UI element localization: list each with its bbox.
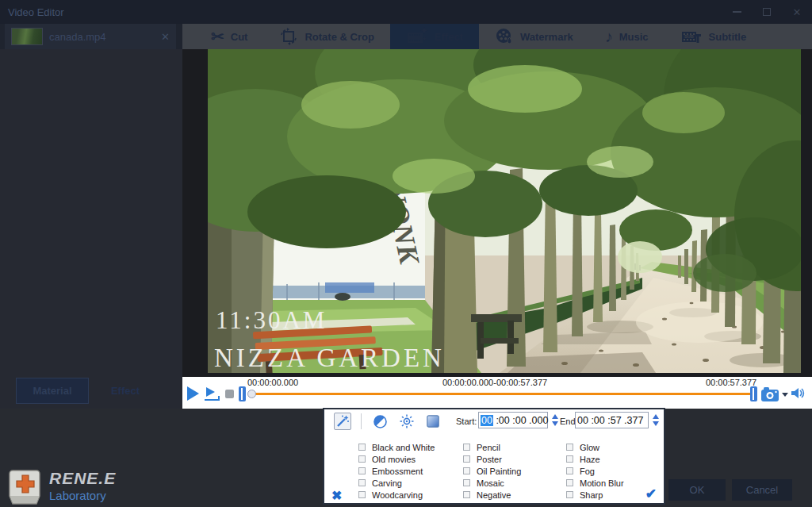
effect-option-black-and-white[interactable]: Black and White: [358, 441, 435, 453]
effect-option-fog[interactable]: Fog: [566, 465, 624, 477]
checkbox[interactable]: [358, 479, 366, 486]
snapshot-button[interactable]: [761, 387, 779, 405]
gradient-icon: [427, 415, 439, 428]
volume-button[interactable]: [791, 387, 805, 402]
toolbar-item-rotate-crop[interactable]: Rotate & Crop: [263, 24, 389, 49]
spin-up-icon[interactable]: [552, 414, 558, 419]
brightness-icon: [400, 414, 414, 428]
maximize-icon: [763, 8, 771, 16]
effect-option-old-movies[interactable]: Old movies: [358, 453, 435, 465]
brightness-button[interactable]: [399, 413, 415, 429]
checkbox[interactable]: [566, 491, 573, 498]
checkbox[interactable]: [463, 444, 470, 451]
toolbar-separator: [361, 413, 362, 429]
checkbox[interactable]: [463, 467, 470, 474]
close-button[interactable]: ✕: [788, 3, 806, 21]
close-icon: ✕: [793, 7, 802, 17]
fade-button[interactable]: [425, 413, 441, 429]
camera-icon: [761, 387, 779, 401]
toolbar-item-subtitle[interactable]: SUB Subtitle: [665, 24, 763, 49]
clip-range-label: 00:00:00.000-00:00:57.377: [442, 378, 547, 387]
checkbox[interactable]: [566, 479, 573, 486]
video-preview: NONK: [208, 49, 801, 373]
watermark-icon: [495, 27, 514, 46]
walkway-scene: NONK: [208, 49, 801, 373]
cancel-button[interactable]: Cancel: [732, 479, 792, 501]
subtitle-icon: SUB: [680, 27, 703, 46]
rotate-crop-icon: [279, 27, 298, 46]
total-time-label: 00:00:57.377: [706, 378, 756, 387]
titlebar: Video Editor ✕: [0, 0, 812, 24]
start-time-field[interactable]: 00 :00 :00 .000: [478, 412, 548, 428]
effect-option-woodcarving[interactable]: Woodcarving: [358, 489, 435, 501]
effect-option-negative[interactable]: Negative: [463, 489, 521, 501]
timeline-slider-handle[interactable]: [247, 390, 256, 398]
spin-down-icon[interactable]: [653, 421, 659, 426]
checkbox[interactable]: [358, 467, 366, 474]
checkbox[interactable]: [358, 455, 366, 463]
effect-option-pencil[interactable]: Pencil: [463, 441, 521, 453]
contrast-button[interactable]: [372, 413, 388, 429]
sidebar-tab-effect[interactable]: Effect: [89, 378, 162, 404]
clip-close-icon[interactable]: ✕: [161, 31, 170, 43]
effect-option-glow[interactable]: Glow: [566, 441, 624, 453]
snapshot-dropdown-icon[interactable]: [782, 393, 788, 397]
effect-option-embossment[interactable]: Embossment: [358, 465, 435, 477]
material-sidebar: Material Effect: [0, 49, 182, 409]
checkbox[interactable]: [463, 479, 470, 486]
toolbar-item-effect[interactable]: Effect: [390, 24, 479, 49]
svg-text:SUB: SUB: [684, 34, 694, 39]
end-spinner[interactable]: [651, 413, 660, 428]
effect-option-mosaic[interactable]: Mosaic: [463, 477, 521, 489]
effect-option-poster[interactable]: Poster: [463, 453, 521, 465]
checkbox[interactable]: [566, 467, 573, 474]
checkbox[interactable]: [463, 491, 470, 498]
spin-up-icon[interactable]: [653, 414, 659, 419]
sidebar-tab-material[interactable]: Material: [16, 378, 89, 404]
start-label: Start:: [456, 417, 477, 426]
toolbar-item-watermark[interactable]: Watermark: [479, 24, 589, 49]
video-editor-window: Video Editor ✕ canada.mp4 ✕ ✂ Cut: [0, 0, 812, 507]
toolbar-item-music[interactable]: ♪ Music: [589, 24, 665, 49]
play-button[interactable]: [187, 386, 199, 401]
checkbox[interactable]: [358, 491, 366, 498]
effect-option-haze[interactable]: Haze: [566, 453, 624, 465]
popup-confirm-icon[interactable]: ✔: [645, 487, 657, 501]
effect-options-popup: Start: 00 :00 :00 .000 End: 00 :00 :57 .…: [323, 408, 665, 505]
trim-start-handle[interactable]: [239, 386, 246, 401]
music-note-icon: ♪: [605, 29, 613, 44]
toolbar-item-cut[interactable]: ✂ Cut: [195, 24, 263, 49]
spin-down-icon[interactable]: [552, 421, 558, 426]
trim-end-handle[interactable]: [750, 386, 757, 401]
effect-option-oil-painting[interactable]: Oil Painting: [463, 465, 521, 477]
keycap-icon: [8, 469, 43, 505]
effect-option-motion-blur[interactable]: Motion Blur: [566, 477, 624, 489]
checkbox[interactable]: [566, 444, 573, 451]
logo-subtitle: Laboratory: [49, 489, 116, 502]
effect-option-carving[interactable]: Carving: [358, 477, 435, 489]
play-segment-icon: [206, 387, 215, 397]
effect-column-1: Black and White Old movies Embossment Ca…: [358, 441, 435, 501]
timeline-track[interactable]: [254, 393, 750, 395]
checkbox[interactable]: [358, 444, 366, 451]
start-spinner[interactable]: [550, 413, 559, 428]
end-time-field[interactable]: 00 :00 :57 .377: [575, 412, 649, 428]
toolbar: ✂ Cut Rotate & Crop Effect Watermark: [182, 24, 812, 49]
stop-button[interactable]: [225, 390, 234, 398]
ok-button[interactable]: OK: [668, 479, 726, 501]
checkbox[interactable]: [566, 455, 573, 463]
video-overlay-time: 11:30AM: [216, 306, 327, 334]
play-segment-button[interactable]: [205, 387, 220, 401]
volume-icon: [791, 387, 805, 399]
magic-wand-button[interactable]: [334, 413, 351, 430]
minimize-button[interactable]: [728, 3, 745, 21]
maximize-button[interactable]: [758, 3, 776, 21]
effect-option-sharp[interactable]: Sharp: [566, 489, 624, 501]
clip-tab[interactable]: canada.mp4 ✕: [5, 24, 176, 49]
magic-wand-icon: [335, 414, 350, 428]
popup-cancel-icon[interactable]: ✖: [331, 490, 342, 502]
playback-bar: 00:00:00.000 00:00:00.000-00:00:57.377 0…: [182, 377, 812, 409]
checkbox[interactable]: [463, 455, 470, 463]
preview-area: NONK: [182, 49, 812, 409]
renee-logo: RENE.E Laboratory: [8, 469, 116, 505]
